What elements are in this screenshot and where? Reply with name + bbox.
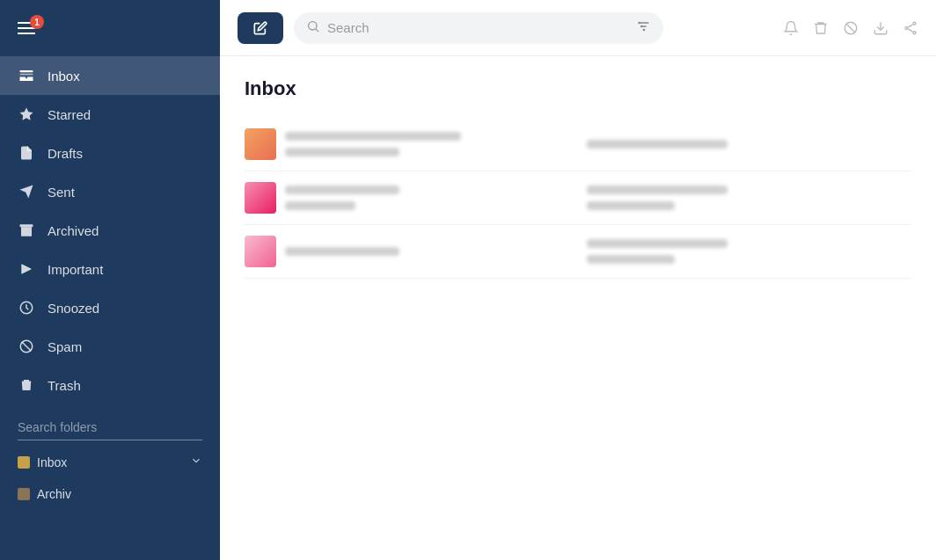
svg-point-15: [913, 31, 916, 33]
sent-icon: [18, 183, 35, 200]
table-row[interactable]: [245, 225, 911, 279]
download-button[interactable]: [873, 20, 888, 36]
email-preview-blur-2: [285, 201, 355, 210]
svg-point-8: [641, 25, 642, 26]
spam-label: Spam: [48, 339, 82, 354]
bell-button[interactable]: [783, 20, 799, 36]
snoozed-icon: [18, 299, 35, 316]
email-subject-blur-3: [285, 247, 399, 256]
sidebar-item-snoozed[interactable]: Snoozed: [0, 288, 220, 327]
snoozed-label: Snoozed: [48, 301, 99, 316]
sidebar-nav: Inbox Starred Drafts Sent Archived: [0, 56, 220, 404]
important-label: Important: [48, 262, 103, 277]
folder-inbox-label: Inbox: [37, 455, 67, 469]
inbox-icon: [18, 67, 35, 84]
email-meta-blur-2b: [587, 201, 675, 210]
svg-line-16: [908, 29, 912, 32]
search-folders-input[interactable]: [18, 417, 202, 440]
topbar-actions: [783, 20, 918, 36]
email-subject-blur: [285, 132, 461, 141]
archived-label: Archived: [48, 223, 99, 238]
sidebar-item-inbox[interactable]: Inbox: [0, 56, 220, 95]
svg-rect-2: [20, 224, 33, 227]
email-list: [245, 118, 911, 279]
email-content-1: [285, 132, 461, 156]
delete-button[interactable]: [813, 20, 829, 36]
hamburger-button[interactable]: 1: [14, 18, 39, 38]
search-icon: [306, 19, 320, 37]
avatar: [245, 128, 276, 160]
sidebar-folder-inbox[interactable]: Inbox: [0, 446, 220, 478]
folder-dot-archiv: [18, 488, 30, 500]
important-icon: [18, 260, 35, 278]
email-meta-2: [587, 185, 728, 210]
avatar: [245, 182, 276, 214]
email-right-2: [587, 185, 911, 210]
svg-point-14: [905, 26, 908, 29]
email-meta-blur-2: [587, 185, 728, 194]
email-left-1: [245, 128, 569, 160]
email-content-2: [285, 185, 399, 210]
drafts-icon: [18, 144, 35, 162]
table-row[interactable]: [245, 118, 911, 171]
page-title: Inbox: [245, 77, 911, 100]
archived-icon: [18, 222, 35, 239]
sent-label: Sent: [48, 185, 75, 200]
block-button[interactable]: [843, 20, 859, 36]
trash-icon: [18, 376, 35, 394]
inbox-label: Inbox: [48, 69, 80, 84]
search-input[interactable]: [327, 20, 630, 35]
filter-icon[interactable]: [637, 19, 651, 37]
email-meta-3: [587, 239, 728, 264]
sidebar-folders: Inbox Archiv: [0, 446, 220, 510]
folder-dot-inbox: [18, 456, 30, 469]
sidebar-item-sent[interactable]: Sent: [0, 172, 220, 211]
sidebar-item-drafts[interactable]: Drafts: [0, 134, 220, 172]
search-folders-section: [0, 408, 220, 446]
sidebar-item-spam[interactable]: Spam: [0, 327, 220, 366]
sidebar-header: 1: [0, 0, 220, 56]
email-right-3: [587, 239, 911, 264]
svg-point-7: [643, 29, 644, 30]
notification-badge: 1: [30, 15, 44, 29]
svg-point-9: [639, 22, 640, 23]
main-content: Inbox: [220, 0, 936, 560]
svg-line-17: [908, 24, 912, 26]
svg-line-5: [22, 342, 32, 352]
email-left-2: [245, 182, 569, 214]
compose-button[interactable]: [238, 12, 283, 44]
avatar: [245, 236, 276, 267]
svg-point-13: [913, 22, 916, 25]
folder-archiv-left: Archiv: [18, 487, 71, 501]
svg-rect-0: [20, 70, 33, 72]
svg-line-11: [846, 23, 856, 33]
email-meta-blur-1: [587, 140, 728, 149]
email-content-3: [285, 247, 399, 256]
email-meta-1: [587, 140, 728, 149]
drafts-label: Drafts: [48, 146, 83, 161]
starred-label: Starred: [48, 107, 91, 122]
star-icon: [18, 105, 35, 123]
folder-inbox-left: Inbox: [18, 455, 67, 469]
spam-icon: [18, 338, 35, 355]
email-meta-blur-3: [587, 239, 728, 248]
chevron-down-icon: [190, 455, 202, 469]
email-left-3: [245, 236, 569, 267]
trash-label: Trash: [48, 378, 81, 393]
sidebar-item-archived[interactable]: Archived: [0, 211, 220, 250]
svg-point-6: [309, 21, 317, 29]
sidebar-item-trash[interactable]: Trash: [0, 366, 220, 404]
email-subject-blur-2: [285, 185, 399, 194]
sidebar-item-starred[interactable]: Starred: [0, 95, 220, 134]
sidebar: 1 Inbox Starred Drafts Sent: [0, 0, 220, 560]
topbar: [220, 0, 936, 56]
folder-archiv-label: Archiv: [37, 487, 71, 501]
email-preview-blur: [285, 148, 399, 156]
email-right-1: [587, 140, 911, 149]
share-button[interactable]: [903, 20, 918, 36]
inbox-content: Inbox: [220, 56, 936, 560]
sidebar-item-important[interactable]: Important: [0, 250, 220, 288]
sidebar-folder-archiv[interactable]: Archiv: [0, 478, 220, 510]
table-row[interactable]: [245, 171, 911, 225]
search-bar: [294, 12, 663, 44]
